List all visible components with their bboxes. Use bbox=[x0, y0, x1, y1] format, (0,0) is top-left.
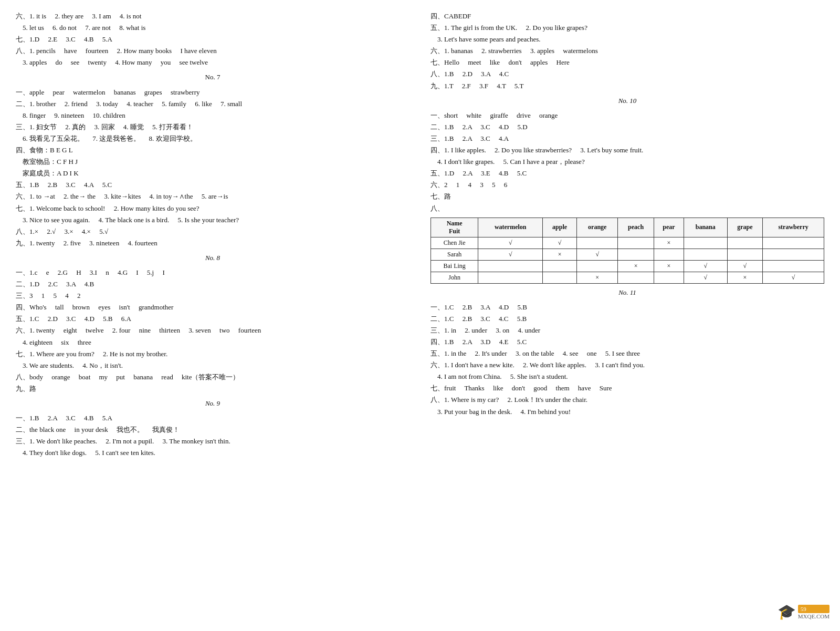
line: 三、3 1 5 4 2 bbox=[16, 290, 410, 302]
line: 4. eighteen six three bbox=[16, 337, 410, 348]
no11-content: 一、1.C 2.B 3.A 4.D 5.B 二、1.C 2.B 3.C 4.C … bbox=[430, 302, 824, 418]
line: 六、1. I don't have a new kite. 2. We don'… bbox=[430, 359, 824, 371]
table-row: Bai Ling × × √ √ bbox=[431, 260, 824, 272]
line: 八、body orange boat my put banana read ki… bbox=[16, 371, 410, 383]
line: 四、Who's tall brown eyes isn't grandmothe… bbox=[16, 302, 410, 313]
no7-content: 一、apple pear watermelon bananas grapes s… bbox=[16, 87, 410, 249]
line: 六、1. to →at 2. the→ the 3. kite→kites 4.… bbox=[16, 191, 410, 202]
cell bbox=[543, 260, 577, 272]
line: 二、1.B 2.A 3.C 4.D 5.D bbox=[430, 121, 824, 133]
cell bbox=[543, 272, 577, 283]
line: 一、1.C 2.B 3.A 4.D 5.B bbox=[430, 302, 824, 313]
watermark: 🎓 59 MXQE.COM bbox=[778, 603, 830, 620]
no11-header: No. 11 bbox=[430, 287, 824, 298]
cell bbox=[618, 272, 654, 283]
line: 3. apples do see twenty 4. How many you … bbox=[16, 57, 410, 68]
line: 四、CABEDF bbox=[430, 11, 824, 22]
cell: √ bbox=[684, 272, 727, 283]
row-name: Chen Jie bbox=[431, 237, 478, 249]
line: 4. They don't like dogs. 5. I can't see … bbox=[16, 447, 410, 459]
line: 二、the black one in your desk 我也不。 我真俊！ bbox=[16, 424, 410, 436]
line: 三、1. in 2. under 3. on 4. under bbox=[430, 325, 824, 336]
cell bbox=[763, 260, 824, 272]
cell bbox=[684, 249, 727, 260]
no8-content: 一、1.c e 2.G H 3.I n 4.G I 5.j I 二、1.D 2.… bbox=[16, 267, 410, 395]
line: 九、1.T 2.F 3.F 4.T 5.T bbox=[430, 80, 824, 92]
left-column: 六、1. it is 2. they are 3. I am 4. is not… bbox=[16, 11, 410, 462]
line: 六、1. twenty eight twelve 2. four nine th… bbox=[16, 325, 410, 336]
line: 九、1. twenty 2. five 3. nineteen 4. fourt… bbox=[16, 237, 410, 249]
cell bbox=[684, 237, 727, 249]
line: 四、1. I like apples. 2. Do you like straw… bbox=[430, 144, 824, 156]
line: 二、1.D 2.C 3.A 4.B bbox=[16, 278, 410, 290]
cell bbox=[654, 272, 684, 283]
line: 九、路 bbox=[16, 383, 410, 395]
table-header-banana: banana bbox=[684, 218, 727, 237]
fruit-table-container: NameFuit watermelon apple orange peach p… bbox=[430, 218, 824, 284]
line: 六、2 1 4 3 5 6 bbox=[430, 179, 824, 191]
line: 三、1. We don't like peaches. 2. I'm not a… bbox=[16, 436, 410, 447]
table-header-grape: grape bbox=[727, 218, 762, 237]
line: 四、1.B 2.A 3.D 4.E 5.C bbox=[430, 336, 824, 348]
table-header-peach: peach bbox=[618, 218, 654, 237]
cell bbox=[577, 260, 618, 272]
row-name: Bai Ling bbox=[431, 260, 478, 272]
line: 八、1. pencils have fourteen 2. How many b… bbox=[16, 45, 410, 57]
line: 五、1.D 2.A 3.E 4.B 5.C bbox=[430, 168, 824, 179]
table-row: John × √ × √ bbox=[431, 272, 824, 283]
table-header-orange: orange bbox=[577, 218, 618, 237]
line: 二、1. brother 2. friend 3. today 4. teach… bbox=[16, 98, 410, 110]
table-header-watermelon: watermelon bbox=[478, 218, 543, 237]
cell: × bbox=[577, 272, 618, 283]
cell: × bbox=[654, 260, 684, 272]
table-header-strawberry: strawberry bbox=[763, 218, 824, 237]
line: 一、1.B 2.A 3.C 4.B 5.A bbox=[16, 412, 410, 424]
cell: × bbox=[543, 249, 577, 260]
fruit-table: NameFuit watermelon apple orange peach p… bbox=[430, 218, 824, 284]
line: 8. finger 9. nineteen 10. children bbox=[16, 110, 410, 121]
no10-content: 一、short white giraffe drive orange 二、1.B… bbox=[430, 110, 824, 214]
line: 三、1. 妇女节 2. 真的 3. 回家 4. 睡觉 5. 打开看看！ bbox=[16, 121, 410, 133]
watermark-number: 59 bbox=[798, 605, 830, 613]
line: 一、short white giraffe drive orange bbox=[430, 110, 824, 121]
cell bbox=[478, 260, 543, 272]
row-name: John bbox=[431, 272, 478, 283]
line: 七、Hello meet like don't apples Here bbox=[430, 57, 824, 68]
line: 5. let us 6. do not 7. are not 8. what i… bbox=[16, 22, 410, 34]
no10-header: No. 10 bbox=[430, 95, 824, 107]
cell: × bbox=[618, 260, 654, 272]
no10-label: No. 10 bbox=[430, 95, 824, 107]
line: 6. 我看见了五朵花。 7. 这是我爸爸。 8. 欢迎回学校。 bbox=[16, 133, 410, 144]
cell bbox=[654, 249, 684, 260]
table-header-apple: apple bbox=[543, 218, 577, 237]
cell bbox=[618, 237, 654, 249]
line: 六、1. bananas 2. strawberries 3. apples w… bbox=[430, 45, 824, 57]
section-liu6: 六、1. it is 2. they are 3. I am 4. is not… bbox=[16, 11, 410, 68]
cell bbox=[763, 249, 824, 260]
line: 七、1. Welcome back to school! 2. How many… bbox=[16, 203, 410, 214]
cell bbox=[577, 237, 618, 249]
cell bbox=[727, 249, 762, 260]
page-container: 六、1. it is 2. they are 3. I am 4. is not… bbox=[16, 11, 824, 462]
line: 3. Put your bag in the desk. 4. I'm behi… bbox=[430, 406, 824, 418]
cell bbox=[478, 272, 543, 283]
line: 3. Let's have some pears and peaches. bbox=[430, 34, 824, 45]
no9-content: 一、1.B 2.A 3.C 4.B 5.A 二、the black one in… bbox=[16, 412, 410, 459]
line: 4. I don't like grapes. 5. Can I have a … bbox=[430, 156, 824, 168]
line: 五、1.C 2.D 3.C 4.D 5.B 6.A bbox=[16, 313, 410, 325]
row-name: Sarah bbox=[431, 249, 478, 260]
watermark-icon: 🎓 bbox=[778, 603, 796, 620]
line: 3. Nice to see you again. 4. The black o… bbox=[16, 214, 410, 226]
watermark-site: MXQE.COM bbox=[798, 613, 830, 619]
line: 3. We are students. 4. No，it isn't. bbox=[16, 360, 410, 371]
line: 五、1.B 2.B 3.C 4.A 5.C bbox=[16, 179, 410, 191]
line: 七、1. Where are you from? 2. He is not my… bbox=[16, 348, 410, 360]
no9-label: No. 9 bbox=[16, 398, 410, 409]
line: 七、路 bbox=[430, 191, 824, 202]
line: 四、食物：B E G L bbox=[16, 144, 410, 156]
line: 八、1.× 2.√ 3.× 4.× 5.√ bbox=[16, 226, 410, 237]
line: 七、1.D 2.E 3.C 4.B 5.A bbox=[16, 34, 410, 45]
cell: √ bbox=[478, 249, 543, 260]
cell bbox=[763, 237, 824, 249]
table-row: Chen Jie √ √ × bbox=[431, 237, 824, 249]
